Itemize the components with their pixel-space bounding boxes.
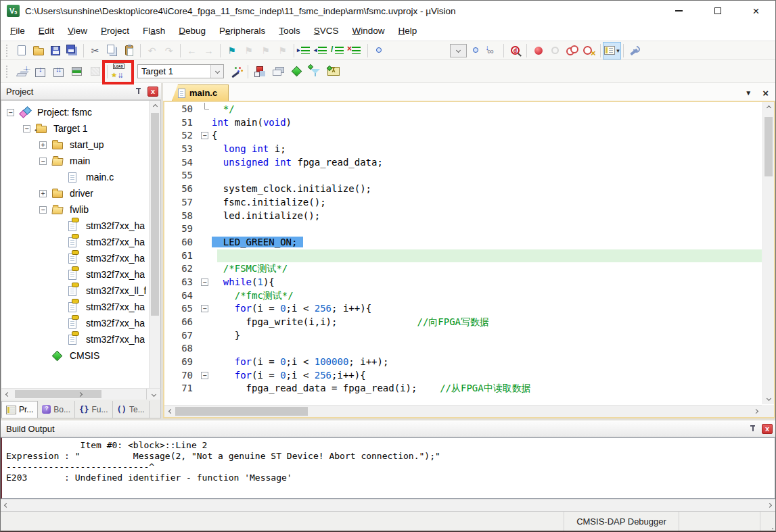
- indent-left-button[interactable]: [314, 43, 331, 59]
- code-line-58[interactable]: 58 led.initialize();: [164, 210, 762, 223]
- code-line-68[interactable]: 68: [164, 342, 762, 356]
- previous-bookmark-button[interactable]: ⚑: [240, 43, 257, 59]
- comment-selection-button[interactable]: [331, 43, 348, 59]
- new-file-button[interactable]: [13, 43, 30, 59]
- tree-item-cmsis[interactable]: CMSIS: [1, 347, 149, 364]
- scroll-right-icon[interactable]: [767, 503, 772, 508]
- resize-grip-icon[interactable]: [772, 528, 773, 529]
- chevron-down-icon[interactable]: [210, 65, 223, 78]
- build-output-line[interactable]: Expression : " Message(2, "Not a genuine…: [6, 451, 775, 462]
- tree-item-stm32f7xx-ha[interactable]: stm32f7xx_ha: [1, 266, 149, 283]
- menu-svcs[interactable]: SVCS: [307, 22, 346, 39]
- tree-item-stm32f7xx-ll-f[interactable]: stm32f7xx_ll_f: [1, 283, 149, 299]
- find-text-combo[interactable]: [450, 43, 467, 59]
- navigate-forward-button[interactable]: →: [200, 43, 217, 59]
- build-output-close-button[interactable]: x: [762, 424, 773, 434]
- save-button[interactable]: [47, 43, 64, 59]
- scroll-left-icon[interactable]: [4, 503, 9, 508]
- tree-item-project-fsmc[interactable]: −Project: fsmc: [1, 104, 149, 120]
- tree-item-stm32f7xx-ha[interactable]: stm32f7xx_ha: [1, 331, 149, 347]
- tree-item-stm32f7xx-ha[interactable]: stm32f7xx_ha: [1, 315, 149, 331]
- build-output-scrollbar[interactable]: [1, 499, 775, 511]
- rebuild-all-button[interactable]: [49, 62, 68, 81]
- panel-tab-te[interactable]: ()Te...: [113, 401, 150, 418]
- scrollbar-thumb[interactable]: [175, 407, 308, 416]
- target-select-combo[interactable]: Target 1: [137, 64, 224, 78]
- menu-debug[interactable]: Debug: [172, 22, 212, 39]
- options-for-target-button[interactable]: [227, 62, 245, 81]
- code-line-53[interactable]: 53 long int i;: [164, 143, 762, 156]
- chevron-down-icon[interactable]: ▾: [616, 47, 620, 54]
- code-line-64[interactable]: 64 /*fmc测试*/: [164, 289, 762, 303]
- menu-help[interactable]: Help: [392, 22, 424, 39]
- fold-collapse-icon[interactable]: −: [201, 279, 208, 286]
- tree-item-fwlib[interactable]: −fwlib: [1, 201, 149, 218]
- menu-view[interactable]: View: [61, 22, 94, 39]
- menu-file[interactable]: File: [3, 22, 32, 39]
- panel-tab-bo[interactable]: Bo...: [38, 401, 75, 418]
- editor-horizontal-scrollbar[interactable]: [164, 405, 762, 417]
- code-line-55[interactable]: 55: [164, 169, 762, 183]
- paste-button[interactable]: [120, 43, 137, 59]
- batch-build-button[interactable]: [68, 62, 86, 81]
- cut-button[interactable]: ✂: [87, 43, 104, 59]
- code-line-71[interactable]: 71 fpga_read_data = fpga_read(i); //从FPG…: [164, 382, 762, 395]
- tree-item-stm32f7xx-ha[interactable]: stm32f7xx_ha: [1, 299, 149, 315]
- collapse-icon[interactable]: −: [7, 109, 14, 116]
- pin-icon[interactable]: [133, 87, 144, 97]
- download-to-flash-button[interactable]: ↓↓★: [110, 62, 129, 81]
- tab-main-c[interactable]: main.c: [172, 84, 229, 101]
- toggle-bookmark-button[interactable]: ⚑: [223, 43, 240, 59]
- code-line-69[interactable]: 69 for(i = 0;i < 100000; i++);: [164, 356, 762, 369]
- save-all-button[interactable]: [64, 43, 81, 59]
- scrollbar-thumb[interactable]: [764, 117, 773, 176]
- expand-icon[interactable]: +: [39, 190, 47, 197]
- fold-collapse-icon[interactable]: −: [201, 372, 208, 379]
- tree-item-start-up[interactable]: +start_up: [1, 137, 149, 153]
- close-document-icon[interactable]: ×: [762, 88, 769, 98]
- manage-rte-button[interactable]: [288, 62, 306, 81]
- code-line-51[interactable]: 51int main(void): [164, 116, 762, 130]
- build-output-line[interactable]: Item #0: <block>::Line 2: [6, 440, 775, 451]
- pin-icon[interactable]: [748, 424, 758, 434]
- panel-tab-fu[interactable]: {}Fu...: [75, 401, 112, 418]
- project-tree-horizontal-scrollbar[interactable]: [1, 388, 161, 400]
- navigate-back-button[interactable]: ←: [183, 43, 200, 59]
- expand-icon[interactable]: +: [39, 141, 47, 149]
- lookup-word-button[interactable]: [507, 43, 524, 59]
- clear-bookmarks-button[interactable]: ⚑: [274, 43, 291, 59]
- manage-project-items-button[interactable]: [251, 62, 269, 81]
- panel-tab-pr[interactable]: Pr...: [1, 401, 38, 418]
- scrollbar-thumb[interactable]: [15, 390, 101, 398]
- maximize-button[interactable]: [698, 1, 737, 21]
- code-line-60[interactable]: 60 LED_GREEN_ON;: [164, 236, 762, 249]
- code-line-70[interactable]: 70− for(i = 0;i < 256;i++){: [164, 369, 762, 383]
- kill-all-breakpoints-button[interactable]: [580, 43, 597, 59]
- menu-flash[interactable]: Flash: [136, 22, 172, 39]
- collapse-icon[interactable]: −: [23, 125, 30, 132]
- pack-installer-button[interactable]: [324, 62, 342, 81]
- code-content[interactable]: 50 */51int main(void)52−{53 long int i;5…: [164, 103, 762, 404]
- code-line-59[interactable]: 59: [164, 222, 762, 236]
- disable-breakpoint-button[interactable]: [547, 43, 564, 59]
- code-line-61[interactable]: 61: [164, 249, 762, 263]
- fold-collapse-icon[interactable]: −: [201, 132, 208, 139]
- undo-button[interactable]: ↶: [143, 43, 160, 59]
- find-in-files-results-button[interactable]: [467, 43, 484, 59]
- build-output-line[interactable]: E203 : Undefined identifier - function '…: [6, 473, 775, 483]
- project-window-select-button[interactable]: ▾: [603, 43, 620, 59]
- open-file-button[interactable]: [30, 43, 47, 59]
- next-bookmark-button[interactable]: ⚑: [257, 43, 274, 59]
- menu-tools[interactable]: Tools: [272, 22, 307, 39]
- select-software-packs-button[interactable]: [306, 62, 324, 81]
- collapse-icon[interactable]: −: [39, 206, 47, 214]
- code-line-63[interactable]: 63− while(1){: [164, 276, 762, 289]
- multi-project-workspace-button[interactable]: [269, 62, 288, 81]
- menu-edit[interactable]: Edit: [32, 22, 61, 39]
- code-line-57[interactable]: 57 fsmc.initialize();: [164, 196, 762, 210]
- scroll-down-icon[interactable]: [146, 389, 160, 400]
- code-line-54[interactable]: 54 unsigned int fpga_read_data;: [164, 156, 762, 170]
- minimize-button[interactable]: [660, 1, 698, 21]
- menu-peripherals[interactable]: Peripherals: [212, 22, 272, 39]
- code-line-67[interactable]: 67 }: [164, 329, 762, 343]
